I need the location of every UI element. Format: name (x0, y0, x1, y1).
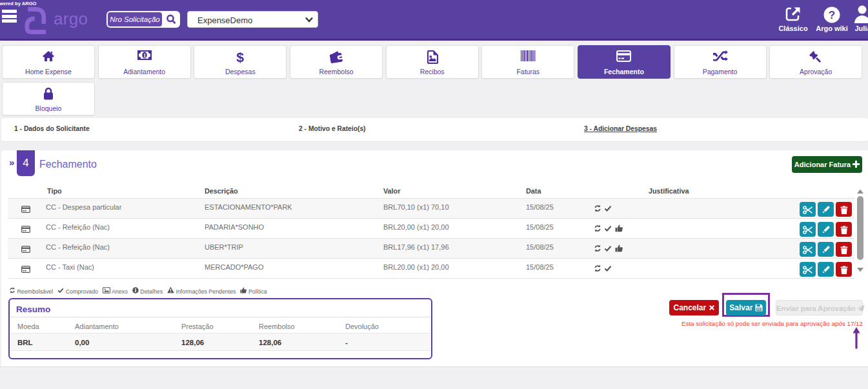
svg-text:1: 1 (143, 52, 146, 59)
svg-text:?: ? (829, 9, 835, 21)
svg-text:$: $ (236, 50, 244, 64)
